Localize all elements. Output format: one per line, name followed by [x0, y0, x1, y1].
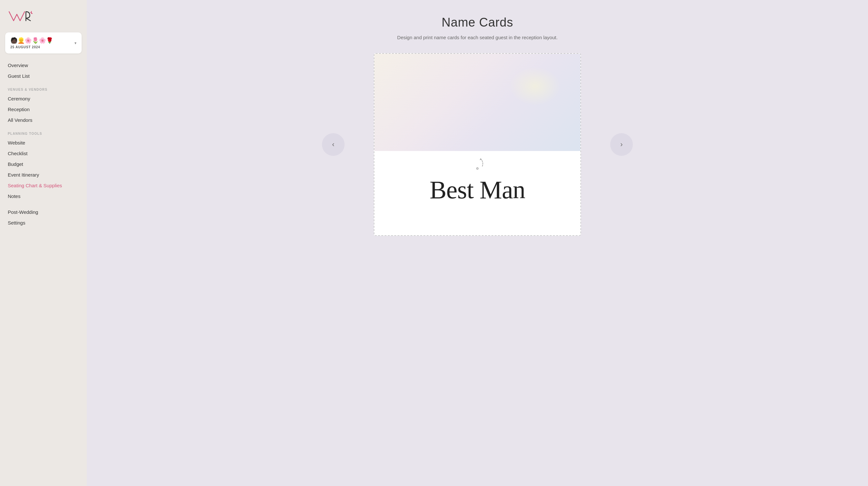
wedding-dropdown-arrow[interactable]: ▾ — [74, 41, 76, 45]
card-top-area — [374, 54, 580, 151]
planning-tools-nav: PLANNING TOOLS Website Checklist Budget … — [0, 125, 87, 202]
bottom-nav: Post-Wedding Settings — [0, 207, 87, 228]
sidebar-item-all-vendors[interactable]: All Vendors — [8, 115, 79, 125]
sidebar-item-overview[interactable]: Overview — [8, 60, 79, 71]
main-content: Name Cards Design and print name cards f… — [87, 0, 868, 486]
sidebar-item-settings[interactable]: Settings — [8, 217, 79, 228]
sidebar-item-guest-list[interactable]: Guest List — [8, 71, 79, 81]
venues-vendors-nav: VENUES & VENDORS Ceremony Reception All … — [0, 81, 87, 125]
sidebar-item-website[interactable]: Website — [8, 138, 79, 148]
wedding-emojis: 🧑🏿👱🌸🌷🌸🌹 — [10, 37, 53, 44]
sidebar-item-seating-chart[interactable]: Seating Chart & Supplies — [8, 180, 79, 191]
top-nav: Overview Guest List — [0, 60, 87, 81]
wedding-date: 25 AUGUST 2024 — [10, 45, 53, 49]
sidebar-item-post-wedding[interactable]: Post-Wedding — [8, 207, 79, 217]
sidebar-item-reception[interactable]: Reception — [8, 104, 79, 115]
prev-card-button[interactable]: ‹ — [322, 133, 345, 156]
next-arrow-icon: › — [620, 140, 622, 149]
sidebar-item-checklist[interactable]: Checklist — [8, 148, 79, 159]
sidebar-item-event-itinerary[interactable]: Event Itinerary — [8, 170, 79, 180]
page-title: Name Cards — [442, 16, 513, 29]
card-highlight — [509, 67, 561, 105]
card-bottom-area: Best Man — [374, 151, 580, 235]
venues-vendors-label: VENUES & VENDORS — [8, 88, 79, 91]
wedding-card[interactable]: 🧑🏿👱🌸🌷🌸🌹 25 AUGUST 2024 ▾ — [5, 32, 82, 54]
card-name-text: Best Man — [417, 169, 538, 217]
rotate-icon[interactable] — [469, 156, 486, 174]
prev-arrow-icon: ‹ — [332, 140, 334, 149]
app-logo — [8, 9, 34, 23]
planning-tools-label: PLANNING TOOLS — [8, 132, 79, 135]
next-card-button[interactable]: › — [610, 133, 633, 156]
sidebar-item-notes[interactable]: Notes — [8, 191, 79, 202]
rotate-svg-icon — [469, 156, 486, 172]
card-container: ‹ Best Man — [361, 53, 594, 236]
sidebar-item-ceremony[interactable]: Ceremony — [8, 93, 79, 104]
svg-point-3 — [477, 168, 478, 170]
sidebar-item-budget[interactable]: Budget — [8, 159, 79, 170]
name-card: Best Man — [374, 53, 581, 236]
logo-area — [0, 0, 87, 30]
sidebar: 🧑🏿👱🌸🌷🌸🌹 25 AUGUST 2024 ▾ Overview Guest … — [0, 0, 87, 486]
page-subtitle: Design and print name cards for each sea… — [397, 35, 557, 40]
